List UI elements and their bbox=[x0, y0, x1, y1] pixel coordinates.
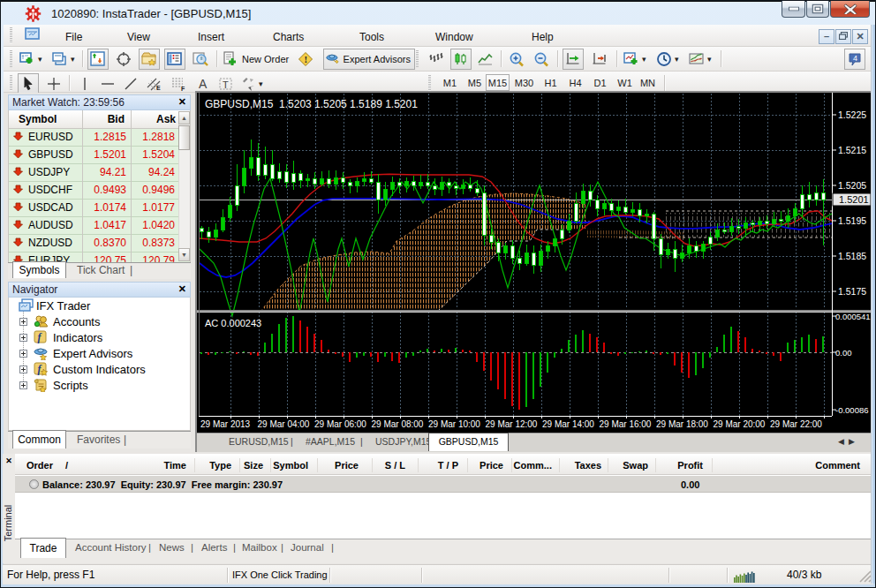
svg-text:1.5215: 1.5215 bbox=[838, 145, 866, 155]
svg-text:29 Mar 2013: 29 Mar 2013 bbox=[200, 419, 251, 429]
svg-text:29 Mar 08:00: 29 Mar 08:00 bbox=[372, 419, 424, 429]
svg-text:1.5201: 1.5201 bbox=[839, 194, 869, 205]
svg-text:0.000541: 0.000541 bbox=[835, 312, 871, 321]
svg-text:1.5175: 1.5175 bbox=[838, 286, 866, 297]
svg-text:4: 4 bbox=[853, 54, 857, 63]
svg-text:29 Mar 10:00: 29 Mar 10:00 bbox=[428, 419, 480, 429]
svg-text:29 Mar 20:00: 29 Mar 20:00 bbox=[714, 419, 766, 429]
svg-text:29 Mar 04:00: 29 Mar 04:00 bbox=[258, 419, 310, 429]
svg-text:E: E bbox=[156, 85, 161, 91]
svg-text:29 Mar 14:00: 29 Mar 14:00 bbox=[542, 419, 594, 429]
svg-text:!: ! bbox=[304, 54, 307, 64]
svg-text:A: A bbox=[199, 77, 208, 91]
svg-text:F: F bbox=[181, 86, 185, 92]
svg-text:1.5205: 1.5205 bbox=[838, 180, 866, 191]
svg-text:1.5225: 1.5225 bbox=[838, 109, 866, 120]
svg-text:29 Mar 06:00: 29 Mar 06:00 bbox=[314, 419, 366, 429]
svg-text:0.00: 0.00 bbox=[835, 348, 852, 358]
svg-text:1.5195: 1.5195 bbox=[838, 215, 866, 226]
svg-text:T: T bbox=[223, 79, 229, 90]
svg-text:29 Mar 18:00: 29 Mar 18:00 bbox=[656, 419, 708, 429]
svg-text:1.5185: 1.5185 bbox=[838, 251, 866, 261]
svg-text:29 Mar 16:00: 29 Mar 16:00 bbox=[600, 419, 652, 429]
svg-text:AC 0.000243: AC 0.000243 bbox=[205, 318, 261, 328]
svg-text:29 Mar 22:00: 29 Mar 22:00 bbox=[770, 419, 822, 429]
svg-text:29 Mar 12:00: 29 Mar 12:00 bbox=[486, 419, 538, 429]
svg-text:GBPUSD,M15 1.5203 1.5205 1.51: GBPUSD,M15 1.5203 1.5205 1.5189 1.5201 bbox=[205, 98, 418, 110]
svg-text:-0.00086: -0.00086 bbox=[835, 405, 869, 415]
